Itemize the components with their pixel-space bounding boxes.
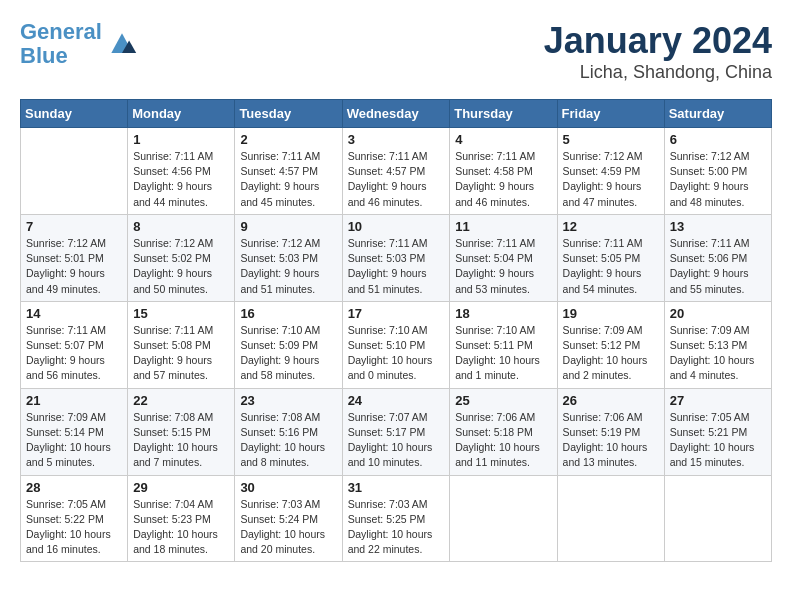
day-info: Sunrise: 7:12 AMSunset: 4:59 PMDaylight:… bbox=[563, 149, 659, 210]
weekday-header-sunday: Sunday bbox=[21, 100, 128, 128]
day-number: 12 bbox=[563, 219, 659, 234]
day-info: Sunrise: 7:12 AMSunset: 5:01 PMDaylight:… bbox=[26, 236, 122, 297]
day-number: 23 bbox=[240, 393, 336, 408]
day-info: Sunrise: 7:11 AMSunset: 4:58 PMDaylight:… bbox=[455, 149, 551, 210]
day-number: 29 bbox=[133, 480, 229, 495]
day-number: 10 bbox=[348, 219, 445, 234]
calendar-cell: 2Sunrise: 7:11 AMSunset: 4:57 PMDaylight… bbox=[235, 128, 342, 215]
weekday-header-tuesday: Tuesday bbox=[235, 100, 342, 128]
day-number: 31 bbox=[348, 480, 445, 495]
calendar-cell: 18Sunrise: 7:10 AMSunset: 5:11 PMDayligh… bbox=[450, 301, 557, 388]
calendar-week-5: 28Sunrise: 7:05 AMSunset: 5:22 PMDayligh… bbox=[21, 475, 772, 562]
calendar-cell: 6Sunrise: 7:12 AMSunset: 5:00 PMDaylight… bbox=[664, 128, 771, 215]
day-info: Sunrise: 7:09 AMSunset: 5:13 PMDaylight:… bbox=[670, 323, 766, 384]
day-number: 14 bbox=[26, 306, 122, 321]
day-info: Sunrise: 7:11 AMSunset: 5:05 PMDaylight:… bbox=[563, 236, 659, 297]
weekday-header-row: SundayMondayTuesdayWednesdayThursdayFrid… bbox=[21, 100, 772, 128]
calendar-cell bbox=[21, 128, 128, 215]
calendar-cell: 4Sunrise: 7:11 AMSunset: 4:58 PMDaylight… bbox=[450, 128, 557, 215]
weekday-header-wednesday: Wednesday bbox=[342, 100, 450, 128]
day-number: 7 bbox=[26, 219, 122, 234]
calendar-cell: 5Sunrise: 7:12 AMSunset: 4:59 PMDaylight… bbox=[557, 128, 664, 215]
day-info: Sunrise: 7:11 AMSunset: 5:08 PMDaylight:… bbox=[133, 323, 229, 384]
day-number: 22 bbox=[133, 393, 229, 408]
day-number: 17 bbox=[348, 306, 445, 321]
day-info: Sunrise: 7:10 AMSunset: 5:10 PMDaylight:… bbox=[348, 323, 445, 384]
day-info: Sunrise: 7:11 AMSunset: 5:07 PMDaylight:… bbox=[26, 323, 122, 384]
calendar-cell: 30Sunrise: 7:03 AMSunset: 5:24 PMDayligh… bbox=[235, 475, 342, 562]
calendar-cell: 7Sunrise: 7:12 AMSunset: 5:01 PMDaylight… bbox=[21, 214, 128, 301]
day-number: 2 bbox=[240, 132, 336, 147]
calendar-week-3: 14Sunrise: 7:11 AMSunset: 5:07 PMDayligh… bbox=[21, 301, 772, 388]
day-number: 8 bbox=[133, 219, 229, 234]
day-info: Sunrise: 7:08 AMSunset: 5:16 PMDaylight:… bbox=[240, 410, 336, 471]
day-info: Sunrise: 7:12 AMSunset: 5:02 PMDaylight:… bbox=[133, 236, 229, 297]
calendar-cell: 16Sunrise: 7:10 AMSunset: 5:09 PMDayligh… bbox=[235, 301, 342, 388]
calendar-cell: 25Sunrise: 7:06 AMSunset: 5:18 PMDayligh… bbox=[450, 388, 557, 475]
day-number: 11 bbox=[455, 219, 551, 234]
calendar-cell: 24Sunrise: 7:07 AMSunset: 5:17 PMDayligh… bbox=[342, 388, 450, 475]
day-number: 19 bbox=[563, 306, 659, 321]
calendar-cell: 13Sunrise: 7:11 AMSunset: 5:06 PMDayligh… bbox=[664, 214, 771, 301]
day-info: Sunrise: 7:11 AMSunset: 4:57 PMDaylight:… bbox=[240, 149, 336, 210]
day-info: Sunrise: 7:11 AMSunset: 5:06 PMDaylight:… bbox=[670, 236, 766, 297]
calendar-cell: 12Sunrise: 7:11 AMSunset: 5:05 PMDayligh… bbox=[557, 214, 664, 301]
calendar-cell: 21Sunrise: 7:09 AMSunset: 5:14 PMDayligh… bbox=[21, 388, 128, 475]
weekday-header-monday: Monday bbox=[128, 100, 235, 128]
logo: General Blue bbox=[20, 20, 138, 68]
logo-icon bbox=[106, 28, 138, 60]
day-number: 25 bbox=[455, 393, 551, 408]
day-number: 27 bbox=[670, 393, 766, 408]
calendar-cell: 28Sunrise: 7:05 AMSunset: 5:22 PMDayligh… bbox=[21, 475, 128, 562]
logo-line1: General bbox=[20, 19, 102, 44]
calendar-cell: 27Sunrise: 7:05 AMSunset: 5:21 PMDayligh… bbox=[664, 388, 771, 475]
calendar-cell: 15Sunrise: 7:11 AMSunset: 5:08 PMDayligh… bbox=[128, 301, 235, 388]
page-header: General Blue January 2024 Licha, Shandon… bbox=[20, 20, 772, 83]
day-info: Sunrise: 7:04 AMSunset: 5:23 PMDaylight:… bbox=[133, 497, 229, 558]
day-number: 5 bbox=[563, 132, 659, 147]
day-info: Sunrise: 7:05 AMSunset: 5:22 PMDaylight:… bbox=[26, 497, 122, 558]
day-number: 13 bbox=[670, 219, 766, 234]
calendar-week-4: 21Sunrise: 7:09 AMSunset: 5:14 PMDayligh… bbox=[21, 388, 772, 475]
calendar-cell: 19Sunrise: 7:09 AMSunset: 5:12 PMDayligh… bbox=[557, 301, 664, 388]
calendar-cell bbox=[664, 475, 771, 562]
title-block: January 2024 Licha, Shandong, China bbox=[544, 20, 772, 83]
calendar-title: January 2024 bbox=[544, 20, 772, 62]
day-info: Sunrise: 7:12 AMSunset: 5:00 PMDaylight:… bbox=[670, 149, 766, 210]
day-info: Sunrise: 7:11 AMSunset: 5:03 PMDaylight:… bbox=[348, 236, 445, 297]
calendar-cell: 29Sunrise: 7:04 AMSunset: 5:23 PMDayligh… bbox=[128, 475, 235, 562]
day-number: 26 bbox=[563, 393, 659, 408]
calendar-cell: 17Sunrise: 7:10 AMSunset: 5:10 PMDayligh… bbox=[342, 301, 450, 388]
weekday-header-friday: Friday bbox=[557, 100, 664, 128]
calendar-cell: 8Sunrise: 7:12 AMSunset: 5:02 PMDaylight… bbox=[128, 214, 235, 301]
calendar-week-1: 1Sunrise: 7:11 AMSunset: 4:56 PMDaylight… bbox=[21, 128, 772, 215]
calendar-cell bbox=[557, 475, 664, 562]
logo-line2: Blue bbox=[20, 43, 68, 68]
calendar-cell: 20Sunrise: 7:09 AMSunset: 5:13 PMDayligh… bbox=[664, 301, 771, 388]
day-info: Sunrise: 7:12 AMSunset: 5:03 PMDaylight:… bbox=[240, 236, 336, 297]
calendar-table: SundayMondayTuesdayWednesdayThursdayFrid… bbox=[20, 99, 772, 562]
calendar-cell: 3Sunrise: 7:11 AMSunset: 4:57 PMDaylight… bbox=[342, 128, 450, 215]
day-info: Sunrise: 7:07 AMSunset: 5:17 PMDaylight:… bbox=[348, 410, 445, 471]
day-number: 20 bbox=[670, 306, 766, 321]
calendar-body: 1Sunrise: 7:11 AMSunset: 4:56 PMDaylight… bbox=[21, 128, 772, 562]
weekday-header-thursday: Thursday bbox=[450, 100, 557, 128]
calendar-cell: 26Sunrise: 7:06 AMSunset: 5:19 PMDayligh… bbox=[557, 388, 664, 475]
day-number: 6 bbox=[670, 132, 766, 147]
calendar-cell: 9Sunrise: 7:12 AMSunset: 5:03 PMDaylight… bbox=[235, 214, 342, 301]
day-number: 3 bbox=[348, 132, 445, 147]
day-info: Sunrise: 7:03 AMSunset: 5:25 PMDaylight:… bbox=[348, 497, 445, 558]
calendar-cell bbox=[450, 475, 557, 562]
day-number: 9 bbox=[240, 219, 336, 234]
day-info: Sunrise: 7:11 AMSunset: 4:56 PMDaylight:… bbox=[133, 149, 229, 210]
day-number: 15 bbox=[133, 306, 229, 321]
calendar-cell: 1Sunrise: 7:11 AMSunset: 4:56 PMDaylight… bbox=[128, 128, 235, 215]
calendar-cell: 31Sunrise: 7:03 AMSunset: 5:25 PMDayligh… bbox=[342, 475, 450, 562]
day-info: Sunrise: 7:05 AMSunset: 5:21 PMDaylight:… bbox=[670, 410, 766, 471]
calendar-cell: 22Sunrise: 7:08 AMSunset: 5:15 PMDayligh… bbox=[128, 388, 235, 475]
day-number: 4 bbox=[455, 132, 551, 147]
day-info: Sunrise: 7:09 AMSunset: 5:12 PMDaylight:… bbox=[563, 323, 659, 384]
day-info: Sunrise: 7:11 AMSunset: 5:04 PMDaylight:… bbox=[455, 236, 551, 297]
logo-text: General Blue bbox=[20, 20, 102, 68]
day-info: Sunrise: 7:03 AMSunset: 5:24 PMDaylight:… bbox=[240, 497, 336, 558]
